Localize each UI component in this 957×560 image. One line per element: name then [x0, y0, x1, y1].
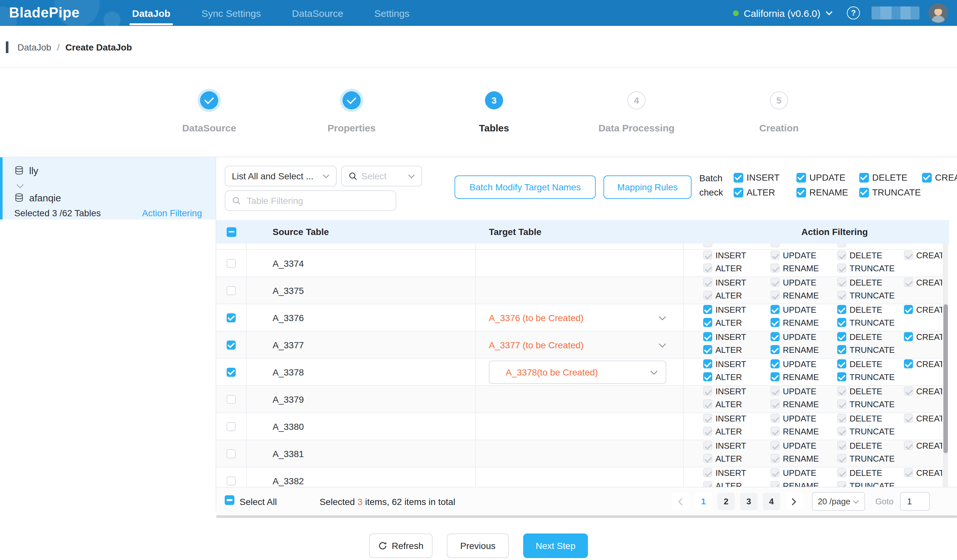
checkbox[interactable]	[837, 332, 846, 341]
action-option-truncate: TRUNCATE	[837, 317, 904, 327]
checkbox[interactable]	[703, 345, 712, 354]
checkbox[interactable]	[227, 476, 236, 485]
stepper-step-4[interactable]: 4Data Processing	[591, 91, 682, 133]
table-filter-input[interactable]	[245, 195, 389, 207]
checkbox[interactable]	[703, 318, 712, 327]
chevron-down-icon[interactable]	[659, 312, 666, 323]
nav-item-settings[interactable]: Settings	[369, 0, 414, 26]
list-mode-select[interactable]: List All and Select ...	[225, 166, 337, 186]
action-option-label: ALTER	[715, 399, 742, 409]
chevron-down-icon[interactable]	[826, 11, 833, 15]
step-label: Creation	[734, 122, 824, 133]
help-icon[interactable]: ?	[847, 6, 860, 19]
checkbox[interactable]	[771, 332, 780, 341]
indeterminate-checkbox[interactable]	[225, 495, 234, 505]
table-picker-select[interactable]: Select	[341, 166, 422, 186]
checkbox[interactable]	[837, 372, 846, 381]
checkbox[interactable]	[227, 259, 236, 268]
previous-button[interactable]: Previous	[447, 533, 509, 558]
checkbox[interactable]	[227, 340, 236, 349]
action-option-label: RENAME	[783, 453, 819, 463]
tree-selected-item[interactable]: lly afanqie Selected 3 /62 Tables Action…	[0, 157, 216, 219]
target-table-select[interactable]: A_3378(to be Created)	[489, 360, 666, 383]
page-size-select[interactable]: 20 /page	[812, 492, 865, 511]
action-filtering-link[interactable]: Action Filtering	[142, 208, 202, 218]
indeterminate-checkbox[interactable]	[227, 227, 236, 237]
checkbox	[703, 251, 712, 260]
action-option-label: ALTER	[715, 372, 742, 382]
stepper-step-2[interactable]: 2Properties	[306, 91, 397, 133]
checkbox[interactable]	[771, 372, 780, 381]
checkbox[interactable]	[703, 305, 712, 314]
checkbox[interactable]	[904, 305, 913, 314]
checkbox[interactable]	[227, 313, 236, 322]
vertical-scrollbar-thumb[interactable]	[943, 304, 948, 453]
checkbox[interactable]	[796, 172, 806, 182]
checkbox[interactable]	[703, 359, 712, 368]
checkbox[interactable]	[703, 332, 712, 341]
chevron-down-icon[interactable]	[659, 339, 666, 350]
pagination-page-3[interactable]: 3	[740, 493, 758, 510]
checkbox[interactable]	[922, 172, 932, 182]
action-option-label: RENAME	[783, 372, 819, 382]
action-option-label: TRUNCATE	[850, 372, 895, 382]
target-table-cell	[476, 250, 684, 276]
avatar[interactable]	[929, 3, 948, 23]
checkbox	[837, 291, 846, 300]
stepper-step-3[interactable]: 3Tables	[449, 91, 539, 133]
checkbox[interactable]	[904, 359, 913, 368]
nav-item-datajob[interactable]: DataJob	[127, 0, 175, 26]
checkbox[interactable]	[734, 188, 743, 197]
checkbox[interactable]	[859, 188, 869, 197]
step-number: 3	[491, 95, 497, 106]
checkbox[interactable]	[796, 188, 806, 197]
target-endpoint[interactable]: afanqie	[14, 192, 61, 203]
nav-item-sync-settings[interactable]: Sync Settings	[196, 0, 266, 26]
checkbox	[837, 263, 846, 273]
table-row: A_3381INSERTUPDATEDELETECREATEALTERRENAM…	[216, 440, 942, 467]
source-table-cell: A_3382	[247, 467, 476, 487]
checkbox[interactable]	[227, 422, 236, 431]
checkbox[interactable]	[859, 172, 869, 182]
row-select-cell	[216, 277, 247, 304]
breadcrumb: DataJob / Create DataJob	[0, 39, 132, 56]
checkbox[interactable]	[227, 449, 236, 458]
next-step-button[interactable]: Next Step	[523, 533, 588, 558]
checkbox[interactable]	[771, 359, 780, 368]
checkbox[interactable]	[771, 318, 780, 327]
stepper-step-1[interactable]: 1DataSource	[164, 91, 254, 133]
source-endpoint[interactable]: lly	[14, 165, 38, 176]
refresh-icon	[378, 541, 387, 550]
mapping-rules-button[interactable]: Mapping Rules	[603, 175, 692, 199]
goto-page-input[interactable]	[900, 492, 930, 511]
breadcrumb-section[interactable]: DataJob	[17, 42, 51, 52]
pagination-page-4[interactable]: 4	[763, 493, 780, 510]
checkbox[interactable]	[904, 332, 913, 341]
pagination-next-button[interactable]	[785, 493, 803, 510]
action-option-label: INSERT	[715, 359, 746, 369]
step-number: 4	[634, 95, 639, 106]
action-option-line: INSERTUPDATEDELETECREATE	[734, 172, 957, 183]
nav-item-datasource[interactable]: DataSource	[287, 0, 348, 26]
checkbox[interactable]	[227, 394, 236, 404]
cell	[216, 243, 247, 249]
refresh-button[interactable]: Refresh	[369, 533, 433, 558]
checkbox[interactable]	[771, 305, 780, 314]
checkbox[interactable]	[837, 318, 846, 327]
horizontal-scrollbar[interactable]	[216, 515, 957, 518]
checkbox[interactable]	[837, 345, 846, 354]
checkbox[interactable]	[734, 172, 743, 182]
checkbox[interactable]	[703, 372, 712, 381]
checkbox[interactable]	[227, 286, 236, 295]
pagination-page-1[interactable]: 1	[695, 493, 712, 510]
checkbox[interactable]	[771, 345, 780, 354]
pagination-prev-button[interactable]	[672, 493, 690, 510]
checkbox	[771, 278, 780, 287]
batch-modify-target-names-button[interactable]: Batch Modify Target Names	[455, 175, 596, 199]
region-version-label[interactable]: California (v0.6.0)	[744, 8, 820, 19]
checkbox[interactable]	[227, 368, 236, 377]
checkbox[interactable]	[837, 305, 846, 314]
stepper-step-5[interactable]: 5Creation	[734, 91, 824, 133]
pagination-page-2[interactable]: 2	[717, 493, 735, 510]
checkbox[interactable]	[837, 359, 846, 368]
